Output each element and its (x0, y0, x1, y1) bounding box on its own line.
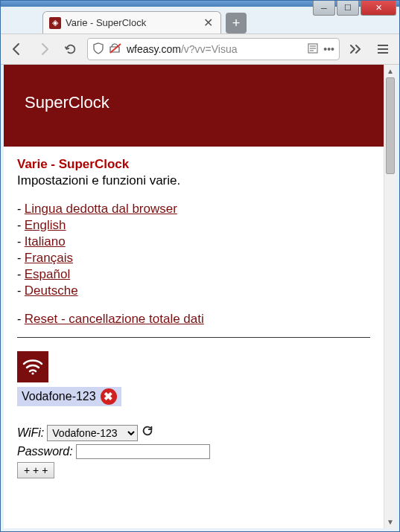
link-reset[interactable]: Reset - cancellazione totale dati (25, 312, 204, 326)
wifi-delete-button[interactable]: ✖ (101, 388, 117, 405)
chevron-double-right-icon (349, 44, 363, 54)
url-bar[interactable]: wfeasy.com/v?vv=Visua ••• (87, 38, 340, 60)
new-tab-button[interactable]: + (226, 13, 247, 33)
vertical-scrollbar[interactable]: ▲ ▼ (384, 65, 396, 528)
link-lang-deutsche[interactable]: Deutsche (25, 283, 78, 298)
reload-button[interactable] (60, 39, 81, 60)
svg-point-16 (31, 372, 34, 374)
wifi-icon (17, 351, 48, 382)
divider (17, 337, 370, 338)
page-heading: Varie - SuperClock (17, 157, 370, 172)
shield-icon (92, 42, 104, 57)
link-lang-francais[interactable]: Français (25, 251, 73, 265)
arrow-right-icon (36, 42, 51, 57)
wifi-saved-name: Vodafone-123 (22, 390, 96, 403)
favicon-icon: ◈ (49, 17, 61, 29)
overflow-menu-button[interactable] (346, 39, 366, 60)
language-link-list: - Lingua dedotta dal browser - English -… (17, 202, 370, 298)
browser-tab[interactable]: ◈ Varie - SuperClock ✕ (42, 11, 221, 33)
reader-mode-icon[interactable] (307, 42, 319, 57)
link-lang-espanol[interactable]: Español (25, 267, 70, 281)
hamburger-icon (376, 44, 390, 54)
wifi-label: WiFi: (17, 426, 44, 440)
forward-button[interactable] (34, 39, 54, 60)
brand-title: SuperClock (25, 93, 109, 112)
page-actions-icon[interactable]: ••• (323, 43, 334, 55)
arrow-left-icon (10, 42, 25, 57)
tab-title: Varie - SuperClock (66, 17, 197, 28)
tracking-blocked-icon (109, 42, 122, 57)
hamburger-menu-button[interactable] (372, 39, 393, 60)
scroll-thumb[interactable] (386, 77, 395, 174)
wifi-saved-chip: Vodafone-123 ✖ (17, 387, 121, 406)
maximize-button[interactable]: ☐ (337, 1, 359, 16)
link-lang-browser[interactable]: Lingua dedotta dal browser (25, 202, 177, 216)
scroll-down-arrow[interactable]: ▼ (384, 516, 396, 528)
add-wifi-button[interactable]: + + + (17, 462, 54, 478)
tab-close-icon[interactable]: ✕ (202, 16, 215, 30)
page-subtitle: Impostazioni e funzioni varie. (17, 173, 370, 188)
close-window-button[interactable]: ✕ (361, 1, 396, 16)
link-lang-english[interactable]: English (25, 218, 66, 232)
wifi-select[interactable]: Vodafone-123 (47, 425, 138, 441)
app-banner: SuperClock (4, 65, 384, 147)
password-label: Password: (17, 445, 73, 458)
scroll-up-arrow[interactable]: ▲ (384, 65, 396, 77)
minimize-button[interactable]: ─ (313, 1, 335, 16)
url-text: wfeasy.com/v?vv=Visua (127, 43, 302, 55)
link-lang-italiano[interactable]: Italiano (25, 234, 66, 249)
reload-icon (64, 42, 77, 56)
back-button[interactable] (7, 39, 28, 60)
password-input[interactable] (76, 444, 210, 459)
wifi-refresh-button[interactable] (141, 424, 154, 441)
